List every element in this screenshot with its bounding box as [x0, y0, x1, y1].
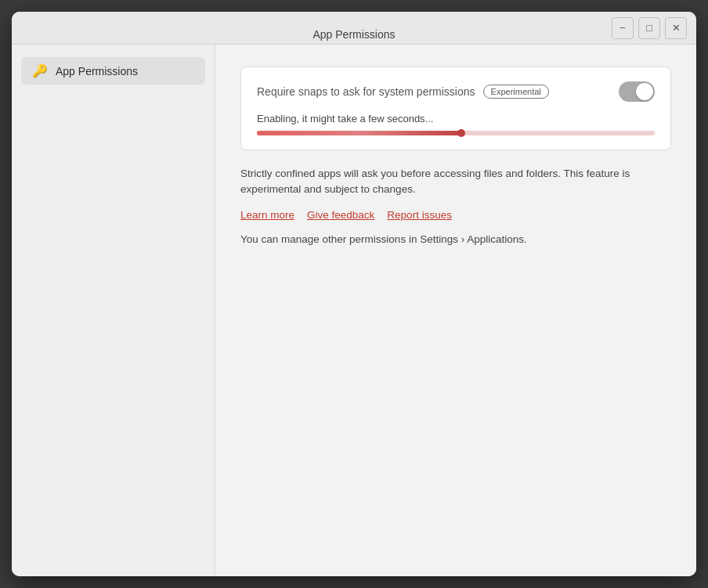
window-title: App Permissions — [312, 28, 395, 41]
sidebar: 🔑 App Permissions — [12, 45, 215, 576]
sidebar-item-app-permissions[interactable]: 🔑 App Permissions — [21, 57, 205, 85]
titlebar: App Permissions − □ ✕ — [12, 12, 696, 45]
main-content: Require snaps to ask for system permissi… — [215, 45, 696, 576]
window: App Permissions − □ ✕ 🔑 App Permissions … — [12, 12, 696, 576]
toggle-knob — [636, 83, 653, 100]
progress-text: Enabling, it might take a few seconds... — [257, 113, 655, 124]
content-area: 🔑 App Permissions Require snaps to ask f… — [12, 45, 696, 576]
key-icon: 🔑 — [32, 63, 48, 78]
experimental-badge: Experimental — [483, 85, 549, 99]
progress-container: Enabling, it might take a few seconds... — [257, 113, 655, 135]
learn-more-link[interactable]: Learn more — [240, 209, 294, 221]
progress-bar-fill — [257, 131, 464, 135]
manage-text: You can manage other permissions in Sett… — [240, 233, 671, 245]
description-text: Strictly confined apps will ask you befo… — [240, 166, 671, 198]
permissions-toggle[interactable] — [619, 81, 655, 102]
links-container: Learn more Give feedback Report issues — [240, 209, 671, 221]
maximize-button[interactable]: □ — [638, 17, 660, 39]
card-label: Require snaps to ask for system permissi… — [257, 85, 475, 98]
progress-bar-background — [257, 131, 655, 135]
report-issues-link[interactable]: Report issues — [387, 209, 452, 221]
window-controls: − □ ✕ — [612, 17, 687, 39]
minimize-button[interactable]: − — [612, 17, 634, 39]
card-top-left: Require snaps to ask for system permissi… — [257, 85, 619, 99]
give-feedback-link[interactable]: Give feedback — [307, 209, 374, 221]
permissions-card: Require snaps to ask for system permissi… — [240, 67, 671, 150]
close-button[interactable]: ✕ — [665, 17, 687, 39]
card-top: Require snaps to ask for system permissi… — [257, 81, 655, 102]
sidebar-item-label: App Permissions — [56, 65, 138, 78]
